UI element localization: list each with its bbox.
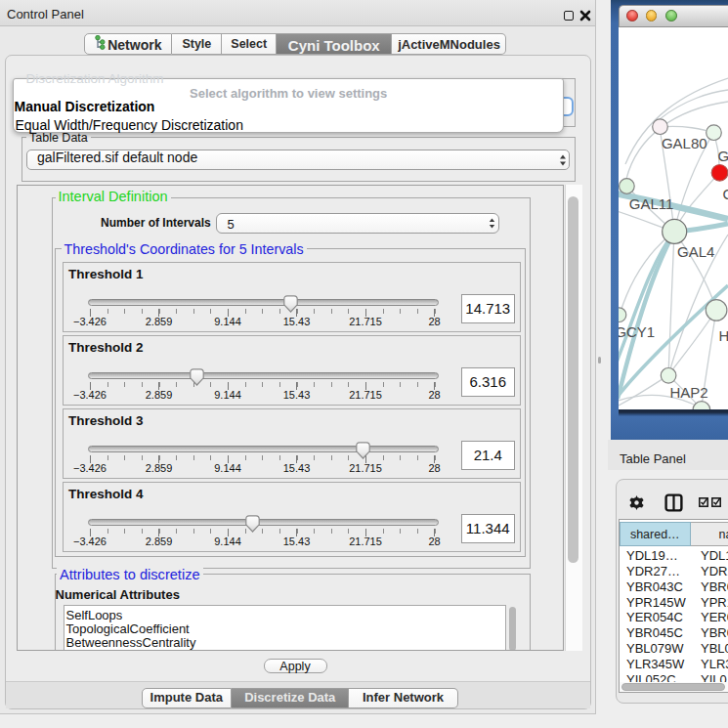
svg-text:GAL4: GAL4 <box>677 243 714 260</box>
svg-text:GCY1: GCY1 <box>619 323 655 340</box>
svg-text:GAL80: GAL80 <box>662 135 707 151</box>
svg-text:HAP2: HAP2 <box>669 384 707 401</box>
svg-text:GA: GA <box>718 148 728 164</box>
svg-text:G: G <box>723 186 728 202</box>
svg-text:HI: HI <box>719 327 728 344</box>
svg-text:GAL11: GAL11 <box>629 195 674 212</box>
